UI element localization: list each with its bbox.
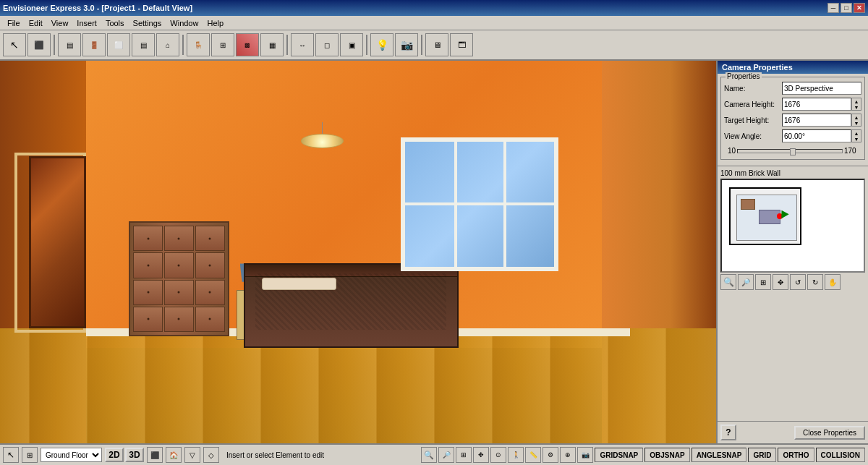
- pan-status-button[interactable]: ✥: [473, 447, 489, 463]
- settings-status-button[interactable]: ⚙: [542, 447, 558, 463]
- menu-edit[interactable]: Edit: [25, 17, 47, 29]
- toolbar: ↖ ⬛ ▤ 🚪 ⬜ ▤ ⌂ 🪑 ⊞ ▩ ▦ ↔ ◻ ▣ 💡 📷 🖥 🗔: [0, 30, 868, 61]
- titlebar-controls: ─ □ ✕: [827, 3, 865, 13]
- target-height-input[interactable]: 1676: [782, 114, 851, 127]
- camera-height-up[interactable]: ▲: [852, 98, 861, 104]
- fit-view-button[interactable]: ⊞: [456, 447, 472, 463]
- drawer-10: [133, 307, 163, 332]
- shape-button[interactable]: ◻: [315, 33, 339, 56]
- minimap-fit-button[interactable]: ⊞: [755, 274, 771, 290]
- camera-properties-panel: Camera Properties Properties Name: 3D Pe…: [718, 61, 868, 166]
- target-height-down[interactable]: ▼: [852, 120, 861, 126]
- view-angle-up[interactable]: ▲: [852, 130, 861, 136]
- minimap-hand-button[interactable]: ✋: [825, 274, 841, 290]
- toolbar-sep3: [286, 35, 288, 55]
- walk-button[interactable]: 🚶: [508, 447, 524, 463]
- lamp-button[interactable]: 💡: [370, 33, 393, 56]
- camera-height-input[interactable]: 1676: [782, 98, 851, 111]
- minimap-zoom-in-button[interactable]: 🔍: [720, 274, 736, 290]
- navigate-button[interactable]: ⊕: [560, 447, 576, 463]
- view-angle-input[interactable]: 60.00°: [782, 129, 851, 142]
- camera-status-button[interactable]: 📷: [577, 447, 593, 463]
- minimap: [720, 179, 865, 273]
- view-2d-button[interactable]: 2D: [105, 448, 124, 462]
- angle-slider-row: 10 170: [724, 145, 861, 156]
- view-angle-spinner[interactable]: ▲ ▼: [851, 129, 861, 142]
- angle-slider[interactable]: [737, 149, 843, 153]
- anglesnap-indicator[interactable]: ANGLESNAP: [692, 448, 747, 462]
- target-height-spinner[interactable]: ▲ ▼: [851, 114, 861, 127]
- table-button[interactable]: ⊞: [211, 33, 234, 56]
- view-btn-3[interactable]: ▽: [184, 447, 200, 463]
- view-btn-1[interactable]: ⬛: [147, 447, 163, 463]
- ortho-indicator[interactable]: ORTHO: [778, 448, 814, 462]
- minimap-zoom-out-button[interactable]: 🔎: [738, 274, 754, 290]
- wall-button[interactable]: ▤: [58, 33, 81, 56]
- door-button[interactable]: 🚪: [82, 33, 106, 56]
- move-tool-button[interactable]: ⬛: [27, 33, 51, 56]
- panel-bottom: ? Close Properties: [718, 421, 868, 443]
- minimap-rotate-right-button[interactable]: ↻: [807, 274, 823, 290]
- view-angle-row: View Angle: 60.00° ▲ ▼: [724, 129, 861, 142]
- camera-height-down[interactable]: ▼: [852, 104, 861, 110]
- menu-file[interactable]: File: [3, 17, 25, 29]
- roof-button[interactable]: ⌂: [156, 33, 179, 56]
- menu-help[interactable]: Help: [203, 17, 228, 29]
- slider-thumb[interactable]: [790, 148, 796, 155]
- stair-button[interactable]: ▤: [132, 33, 155, 56]
- texture-button[interactable]: ▦: [260, 33, 284, 56]
- close-properties-button[interactable]: Close Properties: [794, 426, 865, 440]
- render-button[interactable]: 🖥: [425, 33, 448, 56]
- toolbar-sep1: [54, 35, 55, 55]
- snap-tool-status-button[interactable]: ⊞: [22, 447, 38, 463]
- measure-button[interactable]: 📏: [525, 447, 541, 463]
- view-btn-2[interactable]: 🏠: [166, 447, 182, 463]
- orbit-button[interactable]: ⊙: [490, 447, 506, 463]
- viewport-3d[interactable]: [0, 61, 716, 443]
- rug-button[interactable]: ▩: [236, 33, 259, 56]
- view-3d-button[interactable]: 3D: [125, 448, 144, 462]
- objsnap-indicator[interactable]: OBJSNAP: [644, 448, 689, 462]
- camera-height-row: Camera Height: 1676 ▲ ▼: [724, 98, 861, 111]
- select-tool-status-button[interactable]: ↖: [3, 447, 19, 463]
- view-angle-down[interactable]: ▼: [852, 136, 861, 142]
- menu-settings[interactable]: Settings: [129, 17, 166, 29]
- menu-insert[interactable]: Insert: [72, 17, 101, 29]
- minimize-button[interactable]: ─: [827, 3, 839, 13]
- drawer-4: [133, 252, 163, 278]
- help-button[interactable]: ?: [720, 425, 736, 440]
- grid-indicator[interactable]: GRID: [748, 448, 776, 462]
- collision-indicator[interactable]: COLLISION: [816, 448, 865, 462]
- dim-button[interactable]: ↔: [291, 33, 314, 56]
- cursor-tool-button[interactable]: ↖: [3, 33, 26, 56]
- zoom-out-status-button[interactable]: 🔎: [438, 447, 454, 463]
- menubar: File Edit View Insert Tools Settings Win…: [0, 16, 868, 30]
- floor-select[interactable]: Ground Floor: [41, 448, 102, 462]
- minimap-pan-button[interactable]: ✥: [773, 274, 788, 290]
- menu-window[interactable]: Window: [166, 17, 203, 29]
- view-angle-label: View Angle:: [724, 132, 782, 140]
- close-button[interactable]: ✕: [854, 3, 865, 13]
- maximize-button[interactable]: □: [841, 3, 852, 13]
- camera-height-spinner[interactable]: ▲ ▼: [851, 98, 861, 111]
- minimap-container: 100 mm Brick Wall 🔍 🔎 ⊞ ✥ ↺ ↻: [718, 166, 868, 421]
- light-cord: [322, 122, 323, 134]
- shape2-button[interactable]: ▣: [340, 33, 363, 56]
- render2-button[interactable]: 🗔: [450, 33, 473, 56]
- drawer-11: [164, 307, 194, 332]
- target-height-up[interactable]: ▲: [852, 114, 861, 120]
- name-input[interactable]: 3D Perspective: [782, 82, 861, 95]
- menu-tools[interactable]: Tools: [101, 17, 129, 29]
- gridsnap-indicator[interactable]: GRIDSNAP: [595, 448, 643, 462]
- camera-button[interactable]: 📷: [395, 33, 418, 56]
- view-btn-4[interactable]: ◇: [203, 447, 219, 463]
- furniture-button[interactable]: 🪑: [187, 33, 210, 56]
- menu-view[interactable]: View: [47, 17, 73, 29]
- drawer-7: [133, 280, 163, 305]
- titlebar: Envisioneer Express 3.0 - [Project1 - De…: [0, 0, 868, 16]
- target-height-row: Target Height: 1676 ▲ ▼: [724, 114, 861, 127]
- toolbar-sep2: [182, 35, 184, 55]
- minimap-rotate-left-button[interactable]: ↺: [790, 274, 806, 290]
- zoom-in-status-button[interactable]: 🔍: [421, 447, 437, 463]
- window-button[interactable]: ⬜: [107, 33, 130, 56]
